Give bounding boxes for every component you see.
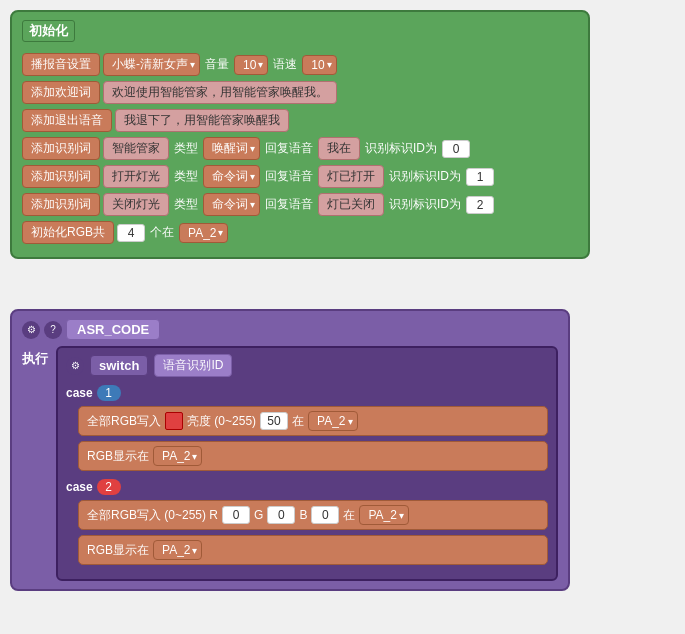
recognize3-word[interactable]: 关闭灯光 <box>103 193 169 216</box>
id-val1: 0 <box>442 140 470 158</box>
switch-header: ⚙ switch 语音识别ID <box>66 354 548 377</box>
rgb-init-row: 初始化RGB共 4 个在 PA_2 <box>22 221 578 244</box>
recognize2-row: 添加识别词 打开灯光 类型 命令词 回复语音 灯已打开 识别标识ID为 1 <box>22 165 578 188</box>
rgb-init-label: 初始化RGB共 <box>22 221 114 244</box>
case2-rgb-row: 全部RGB写入 (0~255) R 0 G 0 B 0 在 PA_2 <box>78 500 548 530</box>
case1-color-swatch[interactable] <box>165 412 183 430</box>
switch-block: ⚙ switch 语音识别ID case 1 全部RGB写入 <box>56 346 558 581</box>
id-val2: 1 <box>466 168 494 186</box>
voice-id-label: 语音识别ID <box>154 354 232 377</box>
type-dropdown1[interactable]: 唤醒词 <box>203 137 260 160</box>
case2-content: 全部RGB写入 (0~255) R 0 G 0 B 0 在 PA_2 RGB显示… <box>66 500 548 565</box>
case2-r-val[interactable]: 0 <box>222 506 250 524</box>
recognize1-label: 添加识别词 <box>22 137 100 160</box>
exit-row: 添加退出语音 我退下了，用智能管家唤醒我 <box>22 109 578 132</box>
exit-text[interactable]: 我退下了，用智能管家唤醒我 <box>115 109 289 132</box>
welcome-label: 添加欢迎词 <box>22 81 100 104</box>
recognize1-row: 添加识别词 智能管家 类型 唤醒词 回复语音 我在 识别标识ID为 0 <box>22 137 578 160</box>
recognize2-label: 添加识别词 <box>22 165 100 188</box>
reply-val1[interactable]: 我在 <box>318 137 360 160</box>
broadcast-label: 播报音设置 <box>22 53 100 76</box>
type-label3: 类型 <box>172 196 200 213</box>
case2-pin-dropdown[interactable]: PA_2 <box>359 505 408 525</box>
recognize1-word[interactable]: 智能管家 <box>103 137 169 160</box>
init-title: 初始化 <box>22 20 75 42</box>
reply-val3[interactable]: 灯已关闭 <box>318 193 384 216</box>
case2-display-label: RGB显示在 <box>87 542 149 559</box>
asr-section: ⚙ ? ASR_CODE 执行 ⚙ switch 语音识别ID case 1 <box>10 309 675 591</box>
case1-brightness-label: 亮度 (0~255) <box>187 413 256 430</box>
case1-rgb-row: 全部RGB写入 亮度 (0~255) 50 在 PA_2 <box>78 406 548 436</box>
case1-content: 全部RGB写入 亮度 (0~255) 50 在 PA_2 RGB显示在 PA_2 <box>66 406 548 471</box>
case1-display-row: RGB显示在 PA_2 <box>78 441 548 471</box>
case2-header: case 2 <box>66 479 548 495</box>
welcome-row: 添加欢迎词 欢迎使用智能管家，用智能管家唤醒我。 <box>22 81 578 104</box>
reply-label3: 回复语音 <box>263 196 315 213</box>
recognize3-row: 添加识别词 关闭灯光 类型 命令词 回复语音 灯已关闭 识别标识ID为 2 <box>22 193 578 216</box>
case1-in-label: 在 <box>292 413 304 430</box>
exec-row: 执行 ⚙ switch 语音识别ID case 1 <box>22 346 558 581</box>
asr-header: ⚙ ? ASR_CODE <box>22 319 558 340</box>
speed-dropdown[interactable]: 10 <box>302 55 336 75</box>
asr-title: ASR_CODE <box>66 319 160 340</box>
case1-rgb-label: 全部RGB写入 <box>87 413 161 430</box>
case1-label: case <box>66 386 93 400</box>
type-label1: 类型 <box>172 140 200 157</box>
volume-label: 音量 <box>203 56 231 73</box>
case1-num: 1 <box>97 385 121 401</box>
id-label1: 识别标识ID为 <box>363 140 439 157</box>
reply-label1: 回复语音 <box>263 140 315 157</box>
case2-num: 2 <box>97 479 121 495</box>
id-val3: 2 <box>466 196 494 214</box>
reply-val2[interactable]: 灯已打开 <box>318 165 384 188</box>
rgb-count[interactable]: 4 <box>117 224 145 242</box>
case1-brightness-val[interactable]: 50 <box>260 412 288 430</box>
rgb-pin-dropdown[interactable]: PA_2 <box>179 223 228 243</box>
gap <box>10 279 675 309</box>
gear-icon[interactable]: ⚙ <box>22 321 40 339</box>
case1-pin-dropdown[interactable]: PA_2 <box>308 411 357 431</box>
recognize3-label: 添加识别词 <box>22 193 100 216</box>
exec-label: 执行 <box>22 346 50 368</box>
case1-header: case 1 <box>66 385 548 401</box>
case1-display-pin-dropdown[interactable]: PA_2 <box>153 446 202 466</box>
id-label2: 识别标识ID为 <box>387 168 463 185</box>
case1-block: case 1 全部RGB写入 亮度 (0~255) 50 在 PA_2 <box>66 385 548 471</box>
init-section: 初始化 播报音设置 小蝶-清新女声 音量 10 语速 10 添加欢迎词 欢迎使用… <box>10 10 675 259</box>
type-dropdown3[interactable]: 命令词 <box>203 193 260 216</box>
welcome-text[interactable]: 欢迎使用智能管家，用智能管家唤醒我。 <box>103 81 337 104</box>
rgb-count-unit: 个在 <box>148 224 176 241</box>
type-dropdown2[interactable]: 命令词 <box>203 165 260 188</box>
reply-label2: 回复语音 <box>263 168 315 185</box>
broadcast-row: 播报音设置 小蝶-清新女声 音量 10 语速 10 <box>22 53 578 76</box>
case2-g-label: G <box>254 508 263 522</box>
case2-label: case <box>66 480 93 494</box>
voice-dropdown[interactable]: 小蝶-清新女声 <box>103 53 200 76</box>
case2-rgb-label: 全部RGB写入 (0~255) R <box>87 507 218 524</box>
switch-label: switch <box>90 355 148 376</box>
volume-dropdown[interactable]: 10 <box>234 55 268 75</box>
asr-outer-block: ⚙ ? ASR_CODE 执行 ⚙ switch 语音识别ID case 1 <box>10 309 570 591</box>
case1-display-label: RGB显示在 <box>87 448 149 465</box>
case2-g-val[interactable]: 0 <box>267 506 295 524</box>
init-block: 初始化 播报音设置 小蝶-清新女声 音量 10 语速 10 添加欢迎词 欢迎使用… <box>10 10 590 259</box>
switch-gear-icon[interactable]: ⚙ <box>66 357 84 375</box>
case2-block: case 2 全部RGB写入 (0~255) R 0 G 0 B 0 在 <box>66 479 548 565</box>
case2-b-val[interactable]: 0 <box>311 506 339 524</box>
type-label2: 类型 <box>172 168 200 185</box>
case2-b-label: B <box>299 508 307 522</box>
exit-label: 添加退出语音 <box>22 109 112 132</box>
id-label3: 识别标识ID为 <box>387 196 463 213</box>
case2-display-pin-dropdown[interactable]: PA_2 <box>153 540 202 560</box>
case2-display-row: RGB显示在 PA_2 <box>78 535 548 565</box>
case2-in-label: 在 <box>343 507 355 524</box>
recognize2-word[interactable]: 打开灯光 <box>103 165 169 188</box>
speed-label: 语速 <box>271 56 299 73</box>
question-icon[interactable]: ? <box>44 321 62 339</box>
